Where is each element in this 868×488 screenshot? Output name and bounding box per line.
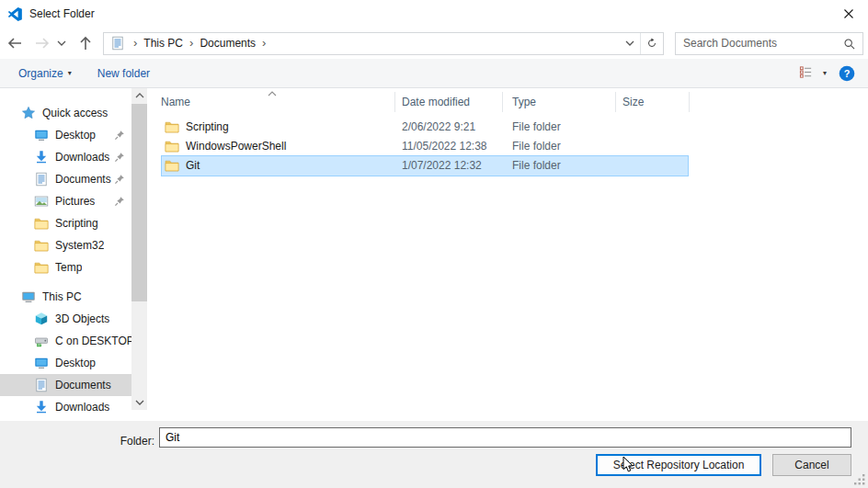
file-date: 2/06/2022 9:21 [395, 117, 503, 136]
sidebar-item-downloads[interactable]: Downloads [0, 146, 131, 168]
pin-icon [114, 174, 125, 185]
document-icon [34, 378, 49, 392]
picture-icon [34, 194, 49, 209]
column-header-size[interactable]: Size [616, 92, 690, 112]
document-icon [110, 36, 125, 51]
download-icon [34, 150, 49, 165]
folder-name-input[interactable] [159, 427, 851, 448]
scroll-down-icon[interactable] [131, 395, 147, 410]
breadcrumb-chevron-icon[interactable]: › [262, 36, 266, 50]
select-folder-dialog: Select Folder ›This PC›Documents› Organi… [0, 0, 868, 488]
breadcrumb-chevron-icon[interactable]: › [189, 36, 193, 50]
cancel-button[interactable]: Cancel [772, 454, 851, 476]
search-icon [843, 38, 856, 51]
file-type: File folder [503, 155, 616, 175]
star-icon [21, 106, 36, 120]
title-bar: Select Folder [0, 0, 868, 28]
sidebar-item-downloads[interactable]: Downloads [0, 396, 131, 418]
file-row-windowspowershell[interactable]: WindowsPowerShell 11/05/2022 12:38 File … [147, 136, 868, 155]
pc-icon [21, 289, 36, 304]
folder-icon [34, 216, 49, 231]
file-date: 1/07/2022 12:32 [395, 155, 503, 175]
file-row-scripting[interactable]: Scripting 2/06/2022 9:21 File folder [147, 117, 868, 136]
file-rows: Scripting 2/06/2022 9:21 File folder Win… [147, 117, 868, 175]
organize-button[interactable]: Organize ▾ [18, 67, 72, 80]
file-list-pane: NameDate modifiedTypeSize Scripting 2/06… [147, 88, 868, 421]
sidebar-item-3d-objects[interactable]: 3D Objects [0, 308, 131, 330]
download-icon [34, 400, 49, 414]
column-headers: NameDate modifiedTypeSize [147, 92, 868, 112]
file-row-git[interactable]: Git 1/07/2022 12:32 File folder [147, 155, 868, 175]
document-icon [34, 172, 49, 187]
scrollbar-thumb[interactable] [131, 104, 147, 301]
folder-label: Folder: [92, 431, 154, 451]
sidebar-item-quick-access[interactable]: Quick access [0, 102, 131, 124]
folder-icon [165, 119, 179, 134]
close-button[interactable] [833, 0, 864, 28]
sidebar-scrollbar[interactable] [131, 88, 147, 410]
sidebar-item-pictures[interactable]: Pictures [0, 190, 131, 212]
scroll-up-icon[interactable] [131, 88, 147, 103]
sidebar-item-desktop[interactable]: Desktop [0, 124, 131, 146]
sidebar-item-temp[interactable]: Temp [0, 256, 131, 278]
address-bar-controls [620, 33, 663, 54]
column-header-date-modified[interactable]: Date modified [395, 92, 503, 112]
chevron-down-icon: ▾ [823, 69, 827, 77]
navigation-bar: ›This PC›Documents› [0, 28, 868, 59]
back-button[interactable] [6, 32, 24, 54]
file-name: Scripting [186, 120, 229, 133]
pin-icon [114, 152, 125, 163]
command-toolbar: Organize ▾ New folder ▾ ? [0, 59, 868, 88]
address-dropdown-chevron-icon[interactable] [620, 33, 640, 54]
up-button[interactable] [76, 32, 95, 54]
folder-icon [165, 139, 179, 153]
cube-icon [34, 312, 49, 326]
sidebar-item-documents[interactable]: Documents [0, 168, 131, 190]
file-name: WindowsPowerShell [186, 140, 286, 153]
breadcrumb-item-this-pc[interactable]: This PC [143, 37, 183, 50]
select-repository-location-button[interactable]: Select Repository Location [596, 454, 761, 476]
pin-icon [114, 130, 125, 141]
help-button[interactable]: ? [839, 65, 855, 82]
window-title: Select Folder [29, 7, 95, 20]
file-size [616, 155, 690, 175]
search-input[interactable] [676, 33, 862, 54]
sort-ascending-icon [268, 86, 277, 92]
toolbar-right-group: ▾ ? [799, 65, 855, 82]
change-view-button[interactable]: ▾ [799, 65, 827, 82]
desktop-icon [34, 356, 49, 370]
vscode-logo-icon [7, 6, 23, 22]
main-area: Quick access Desktop Downloads Documents… [0, 88, 868, 421]
address-bar[interactable]: ›This PC›Documents› [103, 32, 664, 55]
refresh-icon[interactable] [641, 33, 663, 54]
file-size [616, 117, 690, 136]
sidebar-item-documents[interactable]: Documents [0, 374, 131, 396]
navigation-pane: Quick access Desktop Downloads Documents… [0, 88, 131, 421]
resize-grip[interactable] [854, 474, 865, 485]
pin-icon [114, 196, 125, 207]
history-chevron-icon[interactable] [54, 32, 69, 54]
sidebar-item-system32[interactable]: System32 [0, 234, 131, 256]
file-date: 11/05/2022 12:38 [395, 136, 503, 155]
breadcrumb-item-documents[interactable]: Documents [200, 37, 256, 50]
folder-icon [34, 238, 49, 253]
search-box [675, 32, 863, 55]
sidebar-item-desktop[interactable]: Desktop [0, 352, 131, 374]
sidebar-item-this-pc[interactable]: This PC [0, 286, 131, 308]
chevron-down-icon: ▾ [68, 69, 72, 77]
dialog-footer: Folder: Select Repository Location Cance… [0, 421, 868, 488]
file-size [616, 136, 690, 155]
breadcrumb-chevron-icon[interactable]: › [133, 36, 137, 50]
breadcrumb: ›This PC›Documents› [127, 37, 272, 50]
file-name: Git [186, 159, 200, 172]
folder-icon [165, 158, 179, 173]
list-view-icon [799, 65, 813, 82]
new-folder-button[interactable]: New folder [97, 67, 150, 80]
file-type: File folder [503, 117, 616, 136]
sidebar-item-scripting[interactable]: Scripting [0, 212, 131, 234]
netdrive-icon [34, 334, 49, 348]
forward-button[interactable] [33, 32, 51, 54]
folder-icon [34, 260, 49, 275]
column-header-type[interactable]: Type [503, 92, 616, 112]
sidebar-item-c-on-desktop-e[interactable]: C on DESKTOP-E [0, 330, 131, 352]
